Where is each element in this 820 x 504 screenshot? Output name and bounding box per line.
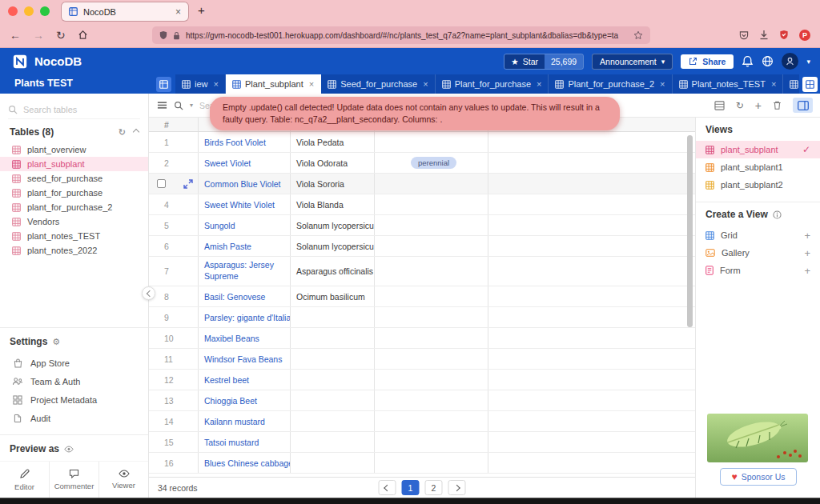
sidebar-item-Team & Auth[interactable]: Team & Auth — [0, 372, 148, 390]
view-icon-chip[interactable] — [156, 77, 171, 92]
minimize-window-button[interactable] — [24, 6, 34, 16]
table-row[interactable]: 12Kestrel beet — [149, 370, 695, 390]
cell-extra[interactable] — [488, 132, 695, 152]
cell-extra[interactable] — [488, 349, 695, 369]
collapse-tables-icon[interactable] — [133, 129, 139, 135]
account-chevron-icon[interactable]: ▾ — [806, 58, 810, 66]
tab-Pla[interactable]: Pla — [783, 74, 799, 94]
reload-icon[interactable]: ↻ — [736, 101, 744, 110]
tab-close-icon[interactable]: × — [423, 79, 428, 89]
cell-latin-name[interactable]: Solanum lycopersicum — [291, 236, 375, 256]
sidebar-item-Vendors[interactable]: Vendors — [0, 214, 148, 229]
cell-extra[interactable] — [488, 307, 695, 327]
cell-tag[interactable]: perennial — [375, 153, 488, 173]
url-field[interactable]: https://gvm-nocodb-test001.herokuapp.com… — [152, 26, 650, 44]
search-icon[interactable] — [174, 101, 183, 110]
toggle-views-sidebar-button[interactable] — [793, 98, 813, 113]
tracking-protection-shield-icon[interactable] — [159, 30, 167, 40]
cell-common-name[interactable]: Chioggia Beet — [199, 390, 291, 410]
cell-latin-name[interactable] — [291, 453, 375, 473]
row-height-icon[interactable] — [714, 101, 725, 110]
cell-tag[interactable] — [375, 257, 488, 286]
user-avatar[interactable] — [782, 53, 798, 70]
home-button[interactable] — [78, 30, 88, 40]
search-tables[interactable] — [8, 100, 140, 119]
cell-common-name[interactable]: Asparagus: Jersey Supreme — [199, 257, 291, 286]
table-row[interactable]: 15Tatsoi mustard — [149, 432, 695, 453]
cell-extra[interactable] — [488, 370, 695, 390]
add-view-icon[interactable]: + — [804, 265, 810, 277]
cell-tag[interactable] — [375, 132, 488, 152]
table-row[interactable]: 8Basil: GenoveseOcimum basilicum — [149, 286, 695, 307]
sidebar-item-plant_subplant[interactable]: plant_subplant — [0, 157, 148, 171]
cell-latin-name[interactable] — [291, 370, 375, 390]
delete-icon[interactable] — [773, 101, 782, 110]
cell-tag[interactable] — [375, 390, 488, 410]
tab-iew[interactable]: iew× — [175, 74, 226, 94]
view-menu-icon[interactable] — [157, 100, 167, 110]
pocket-save-icon[interactable] — [739, 30, 749, 40]
github-star-button[interactable]: ★Star 25,699 — [504, 54, 584, 70]
next-page-button[interactable] — [448, 480, 466, 495]
cell-extra[interactable] — [488, 453, 695, 473]
cell-extra[interactable] — [488, 432, 695, 452]
cell-tag[interactable] — [375, 328, 488, 348]
search-scope-chevron-icon[interactable]: ▾ — [190, 102, 193, 109]
add-tab-button[interactable] — [802, 77, 818, 92]
cell-extra[interactable] — [488, 390, 695, 410]
cell-tag[interactable] — [375, 215, 488, 235]
cell-common-name[interactable]: Basil: Genovese — [199, 286, 291, 306]
add-row-icon[interactable]: + — [755, 100, 762, 111]
table-row[interactable]: 13Chioggia Beet — [149, 390, 695, 411]
cell-extra[interactable] — [488, 215, 695, 235]
cell-common-name[interactable]: Kestrel beet — [199, 370, 291, 390]
preview-role-Editor[interactable]: Editor — [0, 462, 50, 498]
browser-tab[interactable]: NocoDB × — [62, 2, 188, 21]
collapse-sidebar-button[interactable] — [142, 286, 155, 300]
add-view-icon[interactable]: + — [804, 230, 810, 242]
vertical-scrollbar[interactable] — [687, 135, 693, 327]
tab-close-icon[interactable]: × — [660, 79, 665, 89]
cell-tag[interactable] — [375, 411, 488, 431]
cell-common-name[interactable]: Blues Chinese cabbage — [199, 453, 291, 473]
sidebar-item-App Store[interactable]: App Store — [0, 354, 148, 372]
tab-close-icon[interactable]: × — [771, 79, 776, 89]
add-view-icon[interactable]: + — [804, 247, 810, 259]
prev-page-button[interactable] — [379, 480, 396, 495]
page-button-2[interactable]: 2 — [425, 480, 443, 495]
reload-tables-icon[interactable]: ↻ — [119, 127, 126, 138]
search-tables-input[interactable] — [23, 105, 127, 114]
create-view-Gallery[interactable]: Gallery+ — [696, 244, 820, 262]
cell-latin-name[interactable] — [291, 349, 375, 369]
tab-Plant_notes_TEST[interactable]: Plant_notes_TEST× — [673, 74, 784, 94]
table-row[interactable]: 14Kailann mustard — [149, 411, 695, 432]
cell-common-name[interactable]: Tatsoi mustard — [199, 432, 291, 452]
cell-extra[interactable] — [488, 257, 695, 286]
create-view-Form[interactable]: Form+ — [696, 262, 820, 279]
cell-tag[interactable] — [375, 194, 488, 214]
preview-role-Commenter[interactable]: Commenter — [50, 462, 99, 498]
cell-tag[interactable] — [375, 286, 488, 306]
cell-common-name[interactable]: Birds Foot Violet — [199, 132, 291, 152]
cell-common-name[interactable]: Sungold — [199, 215, 291, 235]
sidebar-item-plant_for_purchase_2[interactable]: plant_for_purchase_2 — [0, 200, 148, 214]
cell-tag[interactable] — [375, 236, 488, 256]
cell-extra[interactable] — [488, 411, 695, 431]
table-row[interactable]: 10Maxibel Beans — [149, 328, 695, 349]
cell-common-name[interactable]: Kailann mustard — [199, 411, 291, 431]
cell-common-name[interactable]: Parsley: gigante d'Italia — [199, 307, 291, 327]
cell-extra[interactable] — [488, 174, 695, 194]
cell-tag[interactable] — [375, 174, 488, 194]
cell-tag[interactable] — [375, 349, 488, 369]
tab-close-icon[interactable]: × — [214, 79, 219, 89]
table-row[interactable]: 6Amish PasteSolanum lycopersicum — [149, 236, 695, 257]
cell-latin-name[interactable] — [291, 411, 375, 431]
forward-button[interactable]: → — [33, 30, 44, 41]
cell-common-name[interactable]: Sweet White Violet — [199, 194, 291, 214]
sponsor-button[interactable]: ♥ Sponsor Us — [720, 468, 797, 486]
cell-latin-name[interactable]: Viola Odorata — [291, 153, 375, 173]
download-icon[interactable] — [759, 30, 769, 40]
table-row[interactable]: 1Birds Foot VioletViola Pedata — [149, 132, 695, 153]
table-row[interactable]: 4Sweet White VioletViola Blanda — [149, 194, 695, 215]
table-row[interactable]: Common Blue VioletViola Sororia — [149, 174, 695, 194]
